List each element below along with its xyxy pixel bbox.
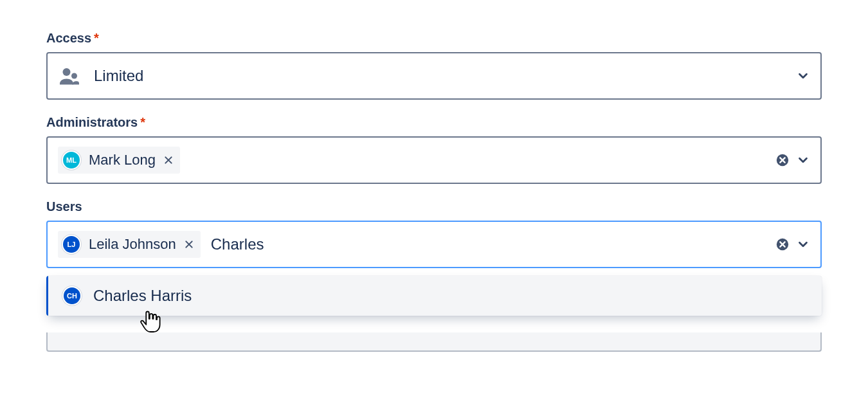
administrator-chip: ML Mark Long	[58, 147, 180, 174]
administrators-select[interactable]: ML Mark Long	[46, 136, 822, 184]
avatar: CH	[62, 286, 82, 305]
access-value: Limited	[94, 67, 143, 85]
chevron-down-icon	[796, 237, 810, 251]
access-label-text: Access	[46, 31, 91, 46]
user-chip: LJ Leila Johnson	[58, 231, 201, 258]
people-icon	[58, 64, 81, 87]
avatar: ML	[62, 150, 81, 170]
users-label-text: Users	[46, 199, 82, 214]
users-search-input[interactable]	[210, 235, 404, 254]
administrators-label-text: Administrators	[46, 115, 138, 130]
access-select[interactable]: Limited	[46, 52, 822, 100]
chip-label: Leila Johnson	[89, 236, 176, 253]
chip-label: Mark Long	[89, 152, 156, 168]
users-dropdown: CH Charles Harris	[46, 276, 822, 316]
obscured-field-fragment	[46, 332, 822, 352]
avatar: LJ	[62, 235, 81, 254]
field-users: Users LJ Leila Johnson	[46, 199, 822, 268]
chevron-down-icon	[796, 153, 810, 167]
remove-chip-icon[interactable]	[163, 155, 174, 165]
option-label: Charles Harris	[93, 287, 192, 305]
required-asterisk: *	[94, 31, 99, 46]
chevron-down-icon	[796, 69, 810, 83]
users-label: Users	[46, 199, 822, 214]
users-select[interactable]: LJ Leila Johnson	[46, 221, 822, 268]
remove-chip-icon[interactable]	[184, 239, 194, 250]
dropdown-option[interactable]: CH Charles Harris	[46, 276, 822, 316]
access-label: Access *	[46, 31, 822, 46]
svg-point-0	[63, 68, 71, 76]
field-access: Access * Limited	[46, 31, 822, 100]
svg-point-1	[71, 73, 77, 79]
clear-all-icon[interactable]	[775, 153, 790, 167]
field-administrators: Administrators * ML Mark Long	[46, 115, 822, 184]
administrators-label: Administrators *	[46, 115, 822, 130]
required-asterisk: *	[140, 115, 145, 130]
clear-all-icon[interactable]	[775, 237, 790, 251]
